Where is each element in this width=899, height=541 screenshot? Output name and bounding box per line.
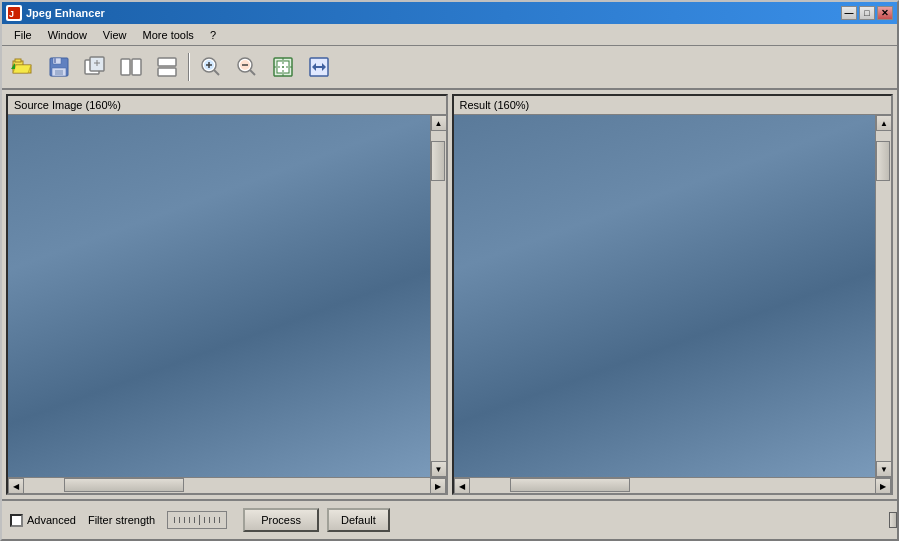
source-scroll-left[interactable]: ◀ (8, 478, 24, 494)
svg-rect-10 (52, 68, 66, 76)
main-window: J Jpeg Enhancer — □ ✕ File Window View M… (0, 0, 899, 541)
result-panel-content: ▲ ▼ (454, 115, 892, 477)
svg-text:J: J (9, 9, 14, 19)
side-by-side-button[interactable] (114, 50, 148, 84)
title-bar-left: J Jpeg Enhancer (6, 5, 105, 21)
window-title: Jpeg Enhancer (26, 7, 105, 19)
source-hscrollbar[interactable]: ◀ ▶ (8, 477, 446, 493)
actual-size-button[interactable] (302, 50, 336, 84)
open-button[interactable] (6, 50, 40, 84)
maximize-button[interactable]: □ (859, 6, 875, 20)
result-panel-title: Result (160%) (454, 96, 892, 115)
zoom-out-button[interactable] (230, 50, 264, 84)
svg-line-24 (214, 70, 219, 75)
svg-rect-7 (50, 58, 68, 76)
source-scroll-content[interactable] (8, 115, 430, 477)
app-icon: J (6, 5, 22, 21)
result-hscroll-thumb[interactable] (510, 478, 630, 492)
svg-rect-11 (55, 70, 63, 75)
source-panel: Source Image (160%) ▲ ▼ ◀ (6, 94, 448, 495)
save-button[interactable] (42, 50, 76, 84)
zoom-in-button[interactable] (194, 50, 228, 84)
tick-4 (189, 517, 190, 523)
filter-slider-ruler (167, 511, 227, 529)
menu-window[interactable]: Window (40, 27, 95, 43)
svg-rect-4 (13, 65, 31, 73)
tick-7 (204, 517, 205, 523)
filter-strength-slider-container (167, 511, 227, 529)
svg-rect-3 (15, 59, 21, 62)
source-hscroll-thumb[interactable] (64, 478, 184, 492)
close-button[interactable]: ✕ (877, 6, 893, 20)
menu-help[interactable]: ? (202, 27, 224, 43)
tick-8 (209, 517, 210, 523)
svg-rect-13 (90, 57, 104, 71)
result-hscrollbar[interactable]: ◀ ▶ (454, 477, 892, 493)
fit-button[interactable] (266, 50, 300, 84)
svg-rect-0 (8, 7, 20, 19)
result-scroll-down[interactable]: ▼ (876, 461, 891, 477)
svg-rect-9 (54, 58, 56, 63)
svg-point-25 (238, 58, 252, 72)
result-scroll-track-v[interactable] (876, 131, 891, 461)
svg-line-28 (250, 70, 255, 75)
duplicate-button[interactable] (78, 50, 112, 84)
advanced-checkbox[interactable] (10, 514, 23, 527)
tick-3 (184, 517, 185, 523)
menu-view[interactable]: View (95, 27, 135, 43)
svg-rect-2 (13, 61, 23, 69)
process-button[interactable]: Process (243, 508, 319, 532)
source-scroll-track-v[interactable] (431, 131, 446, 461)
result-panel: Result (160%) ▲ ▼ ◀ (452, 94, 894, 495)
result-scroll-right[interactable]: ▶ (875, 478, 891, 494)
svg-rect-33 (310, 58, 328, 76)
svg-rect-16 (121, 59, 130, 75)
source-scroll-right[interactable]: ▶ (430, 478, 446, 494)
result-hscroll-track[interactable] (470, 478, 876, 493)
advanced-checkbox-container: Advanced (10, 514, 76, 527)
result-vscrollbar[interactable]: ▲ ▼ (875, 115, 891, 477)
horizontal-split-button[interactable] (150, 50, 184, 84)
result-scroll-left[interactable]: ◀ (454, 478, 470, 494)
filter-strength-label: Filter strength (88, 514, 155, 526)
svg-point-21 (204, 60, 214, 70)
tick-9 (214, 517, 215, 523)
filter-slider-handle[interactable] (889, 512, 897, 528)
result-scroll-thumb-v[interactable] (876, 141, 890, 181)
svg-rect-18 (158, 58, 176, 66)
source-vscrollbar[interactable]: ▲ ▼ (430, 115, 446, 477)
source-panel-title: Source Image (160%) (8, 96, 446, 115)
result-image (454, 115, 876, 477)
tick-10 (219, 517, 220, 523)
title-bar: J Jpeg Enhancer — □ ✕ (2, 2, 897, 24)
menu-file[interactable]: File (6, 27, 40, 43)
result-scroll-up[interactable]: ▲ (876, 115, 891, 131)
default-button[interactable]: Default (327, 508, 390, 532)
svg-marker-6 (11, 63, 15, 69)
title-bar-buttons: — □ ✕ (841, 6, 893, 20)
svg-point-26 (240, 60, 250, 70)
tick-6 (199, 515, 200, 525)
advanced-label: Advanced (27, 514, 76, 526)
toolbar (2, 46, 897, 90)
svg-marker-34 (312, 63, 326, 71)
minimize-button[interactable]: — (841, 6, 857, 20)
svg-rect-29 (274, 58, 292, 76)
bottom-bar: Advanced Filter strength Pro (2, 499, 897, 539)
main-content: Source Image (160%) ▲ ▼ ◀ (2, 90, 897, 539)
svg-marker-5 (13, 65, 31, 73)
source-scroll-down[interactable]: ▼ (431, 461, 446, 477)
svg-point-20 (202, 58, 216, 72)
tick-2 (179, 517, 180, 523)
panels-container: Source Image (160%) ▲ ▼ ◀ (2, 90, 897, 499)
svg-rect-30 (277, 61, 289, 73)
source-scroll-thumb-v[interactable] (431, 141, 445, 181)
menu-more-tools[interactable]: More tools (135, 27, 202, 43)
source-hscroll-track[interactable] (24, 478, 430, 493)
result-scroll-content[interactable] (454, 115, 876, 477)
source-panel-content: ▲ ▼ (8, 115, 446, 477)
svg-rect-8 (53, 58, 61, 64)
tick-5 (194, 517, 195, 523)
source-scroll-up[interactable]: ▲ (431, 115, 446, 131)
source-image (8, 115, 430, 477)
